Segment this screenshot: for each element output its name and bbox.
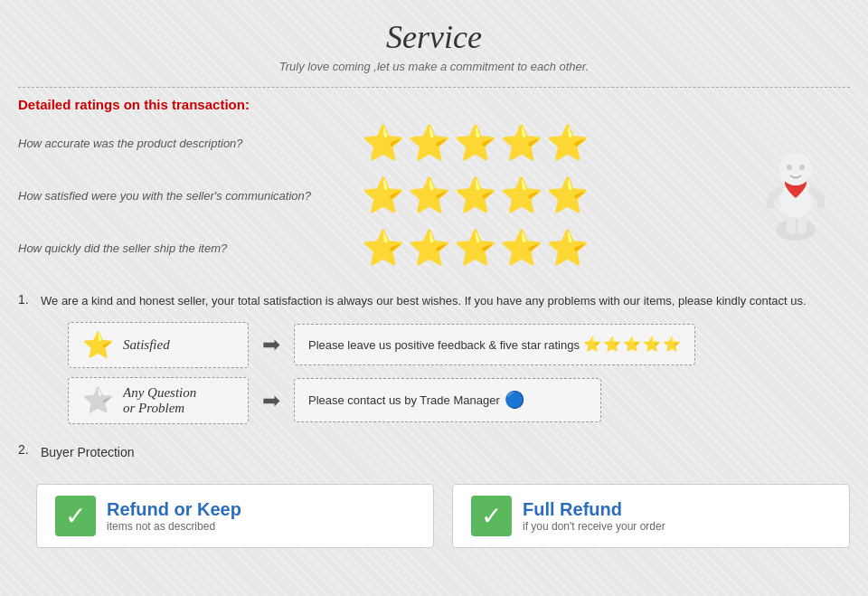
section-title: Detailed ratings on this transaction:: [18, 97, 850, 112]
star-2-5: ⭐: [546, 178, 589, 213]
satisfied-response-label: Please leave us positive feedback & five…: [308, 338, 580, 352]
question-response-box: Please contact us by Trade Manager 🔵: [294, 378, 601, 422]
ratings-section: Detailed ratings on this transaction: Ho…: [18, 97, 850, 283]
svg-point-6: [787, 165, 792, 170]
star-1-1: ⭐: [362, 126, 404, 160]
rating-question-1: How accurate was the product description…: [18, 137, 362, 150]
list-item-2: 2. Buyer Protection ✓ Refund or Keep ite…: [18, 442, 850, 548]
check-icon-1: ✓: [55, 496, 96, 536]
question-label-line2: or Problem: [123, 401, 196, 416]
satisfied-response-text: Please leave us positive feedback & five…: [308, 334, 681, 355]
rating-question-2: How satisfied were you with the seller's…: [18, 189, 362, 203]
question-label-line1: Any Question: [123, 385, 196, 401]
trade-manager-icon: 🔵: [505, 388, 524, 412]
arrow-icon-2: ➡: [262, 388, 280, 413]
page-title: Service: [18, 18, 850, 56]
buyer-box-2-title: Full Refund: [523, 499, 622, 519]
rating-row-2: How satisfied were you with the seller's…: [18, 178, 741, 213]
star-3-4: ⭐: [500, 231, 542, 265]
stars-group-3: ⭐ ⭐ ⭐ ⭐ ⭐: [362, 231, 589, 265]
star-2-4: ⭐: [500, 178, 542, 213]
satisfied-box: ⭐ Satisfied: [68, 322, 249, 368]
star-3-1: ⭐: [362, 231, 404, 265]
page-container: Service Truly love coming ,let us make a…: [0, 0, 868, 593]
rating-row-1: How accurate was the product description…: [18, 126, 741, 160]
list-item-1: 1. We are a kind and honest seller, your…: [18, 292, 850, 424]
buyer-box-2-content: Full Refund if you don't receive your or…: [523, 499, 665, 533]
buyer-boxes: ✓ Refund or Keep items not as described …: [36, 484, 850, 548]
question-box: ⭐ Any Question or Problem: [68, 377, 249, 424]
question-label: Any Question or Problem: [123, 385, 196, 416]
arrow-icon-1: ➡: [262, 332, 280, 357]
rating-stars-inline: ⭐ ⭐ ⭐ ⭐ ⭐: [583, 334, 681, 355]
satisfied-row: ⭐ Satisfied ➡ Please leave us positive f…: [68, 322, 850, 368]
satisfied-response-box: Please leave us positive feedback & five…: [294, 324, 695, 365]
satisfied-label: Satisfied: [123, 337, 170, 353]
buyer-box-2: ✓ Full Refund if you don't receive your …: [452, 484, 850, 548]
rating-row-3: How quickly did the seller ship the item…: [18, 231, 741, 265]
item-1-text: We are a kind and honest seller, your to…: [41, 292, 807, 311]
inline-star-4: ⭐: [643, 334, 661, 355]
star-1-2: ⭐: [408, 126, 450, 160]
buyer-box-1-content: Refund or Keep items not as described: [107, 499, 241, 533]
buyer-box-1-subtitle: items not as described: [107, 520, 241, 533]
item-1-number: 1.: [18, 292, 36, 307]
star-3-5: ⭐: [546, 231, 589, 265]
stars-group-2: ⭐ ⭐ ⭐ ⭐ ⭐: [362, 178, 589, 213]
item-2-number: 2.: [18, 442, 36, 457]
rating-question-3: How quickly did the seller ship the item…: [18, 241, 362, 255]
feedback-boxes: ⭐ Satisfied ➡ Please leave us positive f…: [68, 322, 850, 424]
star-2-2: ⭐: [408, 178, 450, 213]
buyer-box-2-subtitle: if you don't receive your order: [523, 520, 665, 533]
character-image: [741, 126, 850, 252]
inline-star-2: ⭐: [603, 334, 621, 355]
question-row: ⭐ Any Question or Problem ➡ Please conta…: [68, 377, 850, 424]
ratings-area: How accurate was the product description…: [18, 126, 850, 283]
header-section: Service Truly love coming ,let us make a…: [18, 9, 850, 78]
item-2-header: 2. Buyer Protection: [18, 442, 850, 473]
star-2-1: ⭐: [362, 178, 404, 213]
satisfied-star-icon: ⭐: [82, 330, 114, 360]
ratings-table: How accurate was the product description…: [18, 126, 741, 283]
buyer-protection-title: Buyer Protection: [41, 442, 135, 462]
question-response-inline: Please contact us by Trade Manager 🔵: [308, 388, 587, 412]
buyer-box-1-title: Refund or Keep: [107, 499, 241, 519]
question-response-text: Please contact us by Trade Manager: [308, 392, 500, 410]
star-1-5: ⭐: [546, 126, 589, 160]
inline-star-3: ⭐: [623, 334, 641, 355]
star-1-4: ⭐: [500, 126, 542, 160]
star-3-3: ⭐: [454, 231, 496, 265]
svg-point-5: [779, 153, 812, 185]
character-svg: [750, 126, 841, 252]
subtitle: Truly love coming ,let us make a commitm…: [18, 60, 850, 73]
star-1-3: ⭐: [454, 126, 496, 160]
item-1-header: 1. We are a kind and honest seller, your…: [18, 292, 850, 311]
star-3-2: ⭐: [408, 231, 450, 265]
content-section: 1. We are a kind and honest seller, your…: [18, 292, 850, 548]
buyer-box-1: ✓ Refund or Keep items not as described: [36, 484, 434, 548]
question-star-icon: ⭐: [82, 385, 114, 415]
stars-group-1: ⭐ ⭐ ⭐ ⭐ ⭐: [362, 126, 589, 160]
inline-star-5: ⭐: [663, 334, 681, 355]
check-icon-2: ✓: [471, 496, 512, 536]
inline-star-1: ⭐: [583, 334, 601, 355]
divider: [18, 87, 850, 88]
star-2-3: ⭐: [454, 178, 496, 213]
svg-point-7: [799, 165, 805, 170]
